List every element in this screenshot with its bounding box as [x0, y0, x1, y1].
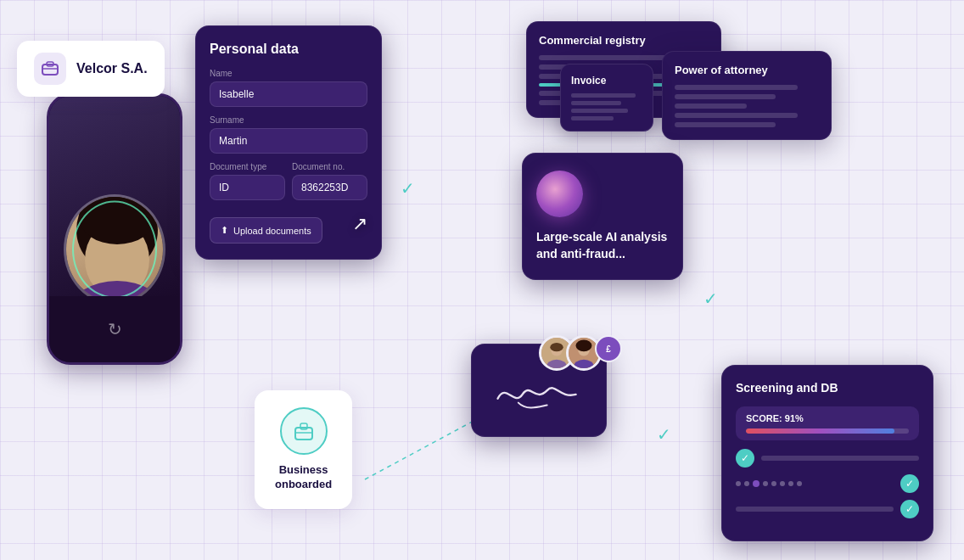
score-bar	[746, 428, 909, 434]
velcor-name: Velcor S.A.	[76, 61, 148, 76]
screening-check-row-2: ✓	[736, 474, 919, 493]
doc-type-label: Document type	[210, 162, 285, 171]
commercial-registry-title: Commercial registry	[539, 34, 709, 47]
dot-active	[753, 480, 759, 487]
checkmark-3: ✓	[653, 424, 674, 445]
invoice-title: Invoice	[571, 75, 642, 87]
dot-6	[788, 481, 793, 486]
doc-no-input[interactable]: 8362253D	[292, 175, 367, 200]
business-icon	[280, 407, 328, 455]
personal-data-card: Personal data Name Isabelle Surname Mart…	[195, 25, 382, 260]
name-input[interactable]: Isabelle	[210, 81, 367, 107]
invoice-card: Invoice	[560, 64, 653, 132]
svg-point-14	[576, 340, 592, 352]
poa-line-4	[675, 113, 798, 118]
dots-row	[736, 477, 802, 490]
check-icon-2: ✓	[703, 288, 718, 309]
velcor-card: Velcor S.A.	[17, 41, 165, 97]
refresh-icon: ↻	[108, 319, 122, 339]
surname-label: Surname	[210, 115, 367, 125]
phone-bottom: ↻	[49, 296, 180, 363]
phone-face	[49, 96, 180, 296]
business-onboarded-card: Businessonboarded	[255, 390, 352, 509]
velcor-icon	[34, 53, 66, 85]
invoice-line-1	[571, 93, 636, 98]
check-line-3	[736, 507, 894, 512]
screening-check-row-3: ✓	[736, 500, 919, 518]
face-circle	[64, 194, 165, 296]
doc-row: Document type ID Document no. 8362253D	[210, 162, 367, 209]
poa-line-2	[675, 94, 776, 99]
poa-line-3	[675, 104, 747, 109]
invoice-line-4	[571, 116, 614, 120]
poa-line-1	[675, 85, 798, 90]
ai-orb	[536, 171, 583, 217]
checkmark-2: ✓	[700, 288, 720, 309]
check-icon-1: ✓	[401, 178, 415, 199]
ai-analysis-card: Large-scale AI analysis and anti-fraud..…	[522, 153, 683, 280]
score-label: SCORE: 91%	[746, 413, 909, 423]
doc-no-col: Document no. 8362253D	[292, 162, 367, 209]
dot-2	[744, 481, 749, 486]
upload-icon: ⬆	[221, 225, 228, 236]
dot-4	[771, 481, 776, 486]
power-of-attorney-card: Power of attorney	[662, 51, 832, 140]
doc-no-label: Document no.	[292, 162, 367, 171]
ai-analysis-text: Large-scale AI analysis and anti-fraud..…	[536, 229, 669, 262]
face-oval-outline	[72, 200, 157, 296]
avatars-group: £	[539, 335, 622, 371]
check-circle-2: ✓	[900, 474, 919, 493]
power-of-attorney-title: Power of attorney	[675, 64, 819, 76]
check-icon-3: ✓	[657, 424, 671, 445]
screening-card: Screening and DB SCORE: 91% ✓ ✓ ✓	[721, 365, 933, 541]
upload-documents-button[interactable]: ⬆ Upload documents	[210, 217, 322, 244]
poa-line-5	[675, 122, 776, 127]
avatar-badge: £	[595, 335, 622, 362]
check-circle-3: ✓	[900, 500, 919, 518]
poa-lines	[675, 85, 819, 127]
business-title: Businessonboarded	[275, 463, 332, 492]
score-fill	[746, 428, 894, 434]
dot-1	[736, 481, 741, 486]
invoice-line-3	[571, 109, 628, 113]
doc-type-input[interactable]: ID	[210, 175, 285, 200]
check-circle-1: ✓	[736, 449, 754, 468]
signature-svg	[485, 366, 592, 415]
screening-check-row-1: ✓	[736, 449, 919, 468]
phone-mockup: ↻	[47, 93, 182, 365]
invoice-lines	[571, 93, 642, 120]
screening-title: Screening and DB	[736, 381, 919, 395]
face-image	[66, 197, 163, 296]
invoice-line-2	[571, 101, 621, 105]
dot-3	[763, 481, 768, 486]
name-label: Name	[210, 69, 367, 78]
cursor-icon: ↗	[352, 213, 367, 235]
doc-type-col: Document type ID	[210, 162, 285, 209]
checkmark-1: ✓	[397, 178, 418, 199]
personal-data-title: Personal data	[210, 42, 367, 57]
score-row: SCORE: 91%	[736, 406, 919, 440]
dot-5	[780, 481, 785, 486]
check-line-1	[761, 456, 919, 461]
svg-point-10	[550, 343, 563, 351]
surname-input[interactable]: Martin	[210, 128, 367, 154]
dot-7	[797, 481, 802, 486]
upload-label: Upload documents	[233, 226, 311, 236]
comm-line-1	[539, 55, 675, 60]
